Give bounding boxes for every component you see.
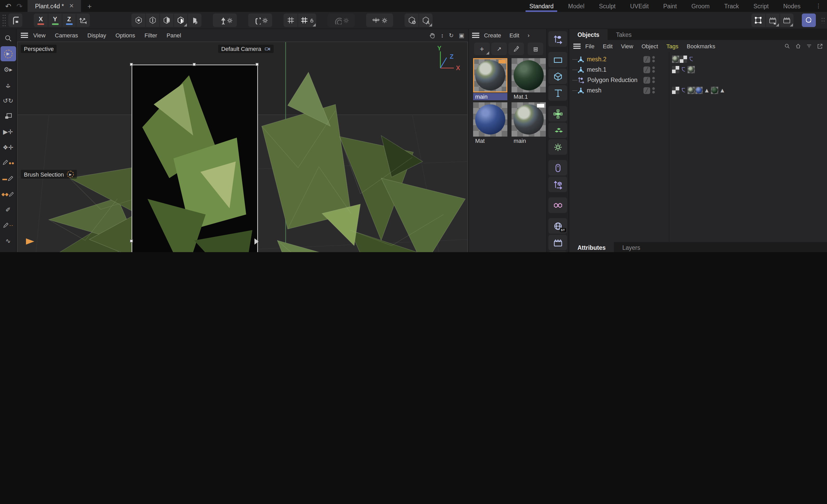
viewport-canvas[interactable]: Perspective Default Camera Brush Selecti… <box>17 42 468 252</box>
sculpt-wave-tool[interactable]: ∿ <box>0 233 16 248</box>
axis-z-button[interactable]: Z <box>62 13 76 27</box>
uv-mode-button[interactable] <box>188 13 201 27</box>
material-item-2[interactable]: Mat <box>473 102 507 144</box>
rotate-view-icon[interactable]: ↻ <box>449 32 454 39</box>
object-menu-bookmarks[interactable]: Bookmarks <box>683 43 719 49</box>
material-menu-create[interactable]: Create <box>480 32 505 39</box>
auto-normal-button[interactable]: A <box>419 13 433 27</box>
axis-y-button[interactable]: Y <box>48 13 62 27</box>
close-tab-icon[interactable]: ✕ <box>69 3 74 9</box>
editable-toggle-icon[interactable]: ╱ <box>643 87 650 94</box>
spline-pen-tool[interactable]: ●● <box>0 155 16 170</box>
toolbar-drag-handle-2[interactable] <box>821 17 825 23</box>
material-preview-Mat[interactable] <box>473 102 507 137</box>
cloner-object-button[interactable] <box>548 139 567 155</box>
redo-icon[interactable]: ↷ <box>16 2 22 10</box>
edges-mode-button[interactable] <box>159 13 174 27</box>
metaball-object-button[interactable] <box>548 160 567 175</box>
scale-tool[interactable] <box>0 108 16 123</box>
viewport-menu-filter[interactable]: Filter <box>141 32 161 39</box>
viewport-menu-view[interactable]: View <box>29 32 50 39</box>
phong-tag-icon[interactable] <box>680 66 687 73</box>
camera-label[interactable]: Default Camera <box>218 45 274 53</box>
selection-handle[interactable] <box>130 239 133 243</box>
material-item-1[interactable]: Mat.1 <box>512 58 546 100</box>
material-preview-main[interactable] <box>512 102 546 137</box>
move-tool[interactable]: ↔↕ <box>0 78 16 92</box>
workplane-settings-button[interactable] <box>213 13 237 27</box>
viewport-menu-icon[interactable] <box>21 33 28 38</box>
object-row-mesh.2[interactable]: mesh.2 <box>569 54 606 64</box>
editable-toggle-icon[interactable]: ╱ <box>643 77 650 83</box>
rotate-tool[interactable]: ↺↻ <box>0 93 16 108</box>
symmetry-settings-button[interactable] <box>366 13 393 27</box>
phong-tag-icon[interactable] <box>680 87 687 94</box>
delete-material-button[interactable] <box>528 43 543 55</box>
layout-tab-paint[interactable]: Paint <box>656 0 683 12</box>
material-tag-icon[interactable] <box>695 87 702 94</box>
selection-handle[interactable] <box>130 63 133 66</box>
selection-tag-icon[interactable]: ▲ <box>703 87 711 94</box>
viewport-menu-cameras[interactable]: Cameras <box>51 32 82 39</box>
layout-tab-standard[interactable]: Standard <box>523 0 560 12</box>
material-item-0[interactable]: main <box>473 58 507 100</box>
paint-brush-tool[interactable]: ✐ <box>0 202 16 217</box>
layout-more-icon[interactable]: ⋮ <box>810 0 827 12</box>
material-item-3[interactable]: main <box>512 102 546 144</box>
object-menu-view[interactable]: View <box>617 43 637 49</box>
new-tab-button[interactable]: + <box>81 0 98 12</box>
text-object-button[interactable] <box>548 85 567 101</box>
assign-material-button[interactable]: ↗ <box>491 43 507 55</box>
material-preview-main[interactable] <box>473 58 507 92</box>
edit-material-button[interactable] <box>508 43 524 55</box>
viewport-menu-panel[interactable]: Panel <box>162 32 185 39</box>
render-view-button[interactable] <box>8 13 22 27</box>
normal-mode-button[interactable] <box>404 13 419 27</box>
layout-tab-model[interactable]: Model <box>562 0 591 12</box>
layout-tab-track[interactable]: Track <box>718 0 746 12</box>
filter-icon[interactable] <box>806 43 812 49</box>
undo-icon[interactable]: ↶ <box>5 2 11 10</box>
popout-icon[interactable] <box>817 43 823 49</box>
cube-pen-tool[interactable]: ◆◆ <box>0 187 16 201</box>
material-menu-icon[interactable] <box>472 33 479 38</box>
search-icon[interactable] <box>784 43 790 49</box>
tab-layers[interactable]: Layers <box>614 242 649 252</box>
selection-tag-icon[interactable]: ▲ <box>719 87 726 94</box>
document-tab[interactable]: Plant.c4d * ✕ <box>28 0 81 12</box>
sky-object-button[interactable]: ST <box>548 218 567 234</box>
texture-tag-icon[interactable] <box>680 56 687 63</box>
material-tag-icon[interactable] <box>672 56 679 63</box>
brush-selection-tool[interactable]: ▶ <box>0 46 16 61</box>
select-move-tool[interactable]: ▶✛ <box>0 124 16 139</box>
material-manager-button[interactable] <box>801 13 816 27</box>
viewport-menu-options[interactable]: Options <box>111 32 139 39</box>
instance-object-button[interactable] <box>548 106 567 121</box>
viewport-menu-display[interactable]: Display <box>83 32 110 39</box>
object-row-mesh.1[interactable]: mesh.1 <box>569 64 606 75</box>
plane-primitive-button[interactable] <box>548 52 567 67</box>
visibility-dots-icon[interactable] <box>652 77 655 83</box>
object-menu-icon[interactable] <box>573 43 581 49</box>
toggle-view-icon[interactable]: ▣ <box>459 32 464 39</box>
editable-toggle-icon[interactable]: ╱ <box>643 66 650 73</box>
axis-cube-button[interactable] <box>548 177 567 192</box>
grid-button[interactable] <box>284 13 298 27</box>
coordinate-system-button[interactable] <box>76 13 90 27</box>
object-label[interactable]: mesh <box>587 87 601 94</box>
add-material-button[interactable]: + <box>474 43 490 55</box>
tool-options[interactable]: ⚙▸ <box>0 62 16 77</box>
object-menu-tags[interactable]: Tags <box>663 43 682 49</box>
material-menu-edit[interactable]: Edit <box>506 32 523 39</box>
array-object-button[interactable] <box>548 122 567 138</box>
tab-attributes[interactable]: Attributes <box>569 242 614 252</box>
model-move-tool[interactable]: ❖✛ <box>0 140 16 155</box>
layout-tab-nodes[interactable]: Nodes <box>777 0 808 12</box>
layout-tab-groom[interactable]: Groom <box>685 0 716 12</box>
layout-tab-script[interactable]: Script <box>747 0 776 12</box>
axis-gizmo[interactable]: Y Z X <box>429 45 460 74</box>
polygons-mode-button[interactable] <box>174 13 188 27</box>
axis-object-button[interactable] <box>548 31 567 47</box>
pen-dash-tool[interactable]: -- <box>0 217 16 233</box>
object-menu-object[interactable]: Object <box>638 43 662 49</box>
